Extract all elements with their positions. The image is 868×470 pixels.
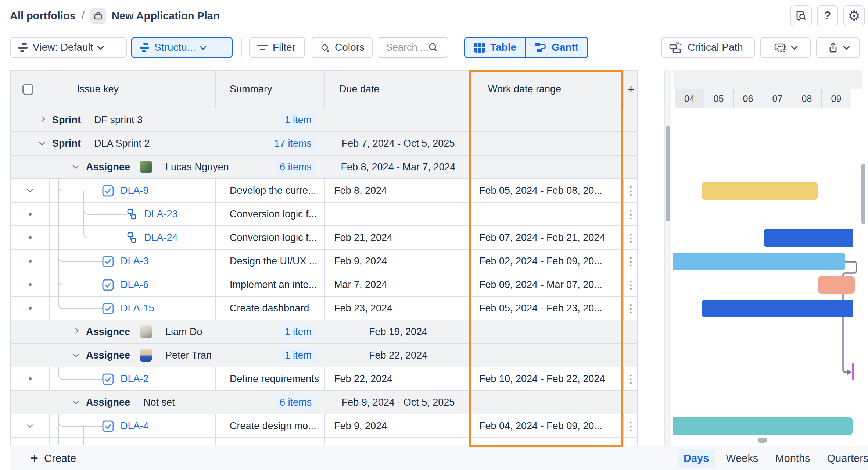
gantt-bar-dla-9[interactable] xyxy=(702,182,818,200)
table-view-button[interactable]: Table xyxy=(465,38,525,57)
baselines-dropdown-button[interactable] xyxy=(760,37,811,58)
issue-key-link[interactable]: DLA-9 xyxy=(121,185,149,196)
summary-cell[interactable]: Create design mo... xyxy=(216,414,325,437)
zoom-quarters-button[interactable]: Quarters xyxy=(821,449,868,468)
zoom-months-button[interactable]: Months xyxy=(769,449,816,468)
chevron-down-icon[interactable] xyxy=(39,139,45,145)
expand-cell[interactable] xyxy=(11,179,50,202)
work-date-range-cell[interactable]: Feb 10, 2024 - Feb 22, 2024 xyxy=(471,367,624,390)
group-row[interactable]: AssigneeNot set6 itemsFeb 9, 2024 - Oct … xyxy=(11,391,637,414)
summary-cell[interactable]: Define requirements xyxy=(216,367,325,390)
issue-key-cell[interactable]: DLA-6 xyxy=(50,273,216,296)
chevron-down-icon[interactable] xyxy=(27,422,33,428)
search-icon[interactable] xyxy=(428,42,438,53)
group-row[interactable]: SprintDLA Sprint 217 itemsFeb 7, 2024 - … xyxy=(11,132,637,156)
summary-cell[interactable]: Design the UI/UX ... xyxy=(216,250,325,273)
kebab-menu-icon[interactable]: ⋮ xyxy=(624,302,638,315)
filter-button[interactable]: Filter xyxy=(249,37,305,58)
group-row[interactable]: AssigneePeter Tran1 itemFeb 22, 2024 xyxy=(11,344,637,367)
work-date-range-cell[interactable]: Feb 04, 2024 - Feb 09, 20... xyxy=(471,414,624,437)
chevron-right-icon[interactable] xyxy=(39,116,45,122)
row-menu-cell[interactable]: ⋮ xyxy=(624,179,638,202)
work-date-range-cell[interactable]: Feb 05, 2024 - Feb 08, 20... xyxy=(471,179,624,202)
expand-cell[interactable] xyxy=(11,250,50,273)
kebab-menu-icon[interactable]: ⋮ xyxy=(624,184,638,197)
chevron-down-icon[interactable] xyxy=(73,398,79,404)
chevron-down-icon[interactable] xyxy=(73,351,79,357)
issue-key-cell[interactable]: DLA-15 xyxy=(50,297,216,320)
add-column-button[interactable]: + xyxy=(624,71,638,108)
work-date-range-cell[interactable]: Feb 09, 2024 - Mar 07, 20... xyxy=(471,273,624,296)
issue-key-cell[interactable]: DLA-2 xyxy=(50,367,216,390)
issue-key-cell[interactable]: DLA-4 xyxy=(50,414,216,437)
item-count-badge[interactable]: 6 items xyxy=(275,160,316,175)
table-row[interactable]: DLA-2Define requirementsFeb 22, 2024Feb … xyxy=(11,367,637,391)
item-count-badge[interactable]: 1 item xyxy=(280,348,316,363)
row-menu-cell[interactable]: ⋮ xyxy=(624,203,638,225)
item-count-badge[interactable]: 1 item xyxy=(280,324,316,339)
summary-cell[interactable]: Conversion logic f... xyxy=(216,226,325,249)
select-all-checkbox[interactable] xyxy=(22,84,33,95)
zoom-days-button[interactable]: Days xyxy=(678,449,715,468)
table-vertical-scrollbar[interactable] xyxy=(664,70,671,446)
gantt-bar-dla-24[interactable] xyxy=(764,229,853,247)
column-summary[interactable]: Summary xyxy=(216,71,325,108)
scrollbar-thumb[interactable] xyxy=(666,126,670,221)
group-row[interactable]: AssigneeLucas Nguyen6 itemsFeb 8, 2024 -… xyxy=(11,156,637,179)
kebab-menu-icon[interactable]: ⋮ xyxy=(624,278,638,291)
help-button[interactable]: ? xyxy=(817,5,838,26)
work-date-range-cell[interactable]: Feb 02, 2024 - Feb 09, 20... xyxy=(471,250,624,273)
expand-cell[interactable] xyxy=(11,367,50,390)
expand-cell[interactable] xyxy=(11,297,50,320)
table-row[interactable]: DLA-24Conversion logic f...Feb 21, 2024F… xyxy=(11,226,637,250)
row-menu-cell[interactable]: ⋮ xyxy=(624,367,638,390)
breadcrumb-all-portfolios-link[interactable]: All portfolios xyxy=(10,10,76,22)
kebab-menu-icon[interactable]: ⋮ xyxy=(624,255,638,268)
column-due-date[interactable]: Due date xyxy=(325,71,471,108)
table-row[interactable]: DLA-3Design the UI/UX ...Feb 9, 2024Feb … xyxy=(11,250,637,273)
due-date-cell[interactable]: Feb 9, 2024 xyxy=(325,414,471,437)
create-button[interactable]: + Create xyxy=(31,446,76,470)
search-input[interactable] xyxy=(386,42,428,53)
summary-cell[interactable]: Implement an inte... xyxy=(216,273,325,296)
work-date-range-cell[interactable]: Feb 07, 2024 - Feb 21, 2024 xyxy=(471,226,624,249)
item-count-badge[interactable]: 1 item xyxy=(280,113,316,128)
due-date-cell[interactable]: Mar 7, 2024 xyxy=(325,273,471,296)
column-work-date-range[interactable]: Work date range xyxy=(471,71,624,108)
row-menu-cell[interactable]: ⋮ xyxy=(624,226,638,249)
due-date-cell[interactable]: Feb 21, 2024 xyxy=(325,226,471,249)
colors-button[interactable]: Colors xyxy=(312,37,373,58)
table-row[interactable]: DLA-15Create dashboardFeb 23, 2024Feb 05… xyxy=(11,297,637,320)
table-row[interactable]: DLA-6Implement an inte...Mar 7, 2024Feb … xyxy=(11,273,637,297)
kebab-menu-icon[interactable]: ⋮ xyxy=(624,208,638,221)
issue-key-cell[interactable]: DLA-23 xyxy=(50,203,216,225)
table-row[interactable]: DLA-4Create design mo...Feb 9, 2024Feb 0… xyxy=(11,414,637,438)
zoom-weeks-button[interactable]: Weeks xyxy=(720,449,764,468)
table-row[interactable]: DLA-9Develop the curre...Feb 8, 2024Feb … xyxy=(11,179,637,203)
summary-cell[interactable]: Create dashboard xyxy=(216,297,325,320)
gantt-bar-dla-4[interactable] xyxy=(673,417,853,435)
expand-cell[interactable] xyxy=(11,203,50,225)
group-row[interactable]: AssigneeLiam Do1 itemFeb 19, 2024 xyxy=(11,320,637,344)
issue-key-cell[interactable]: DLA-24 xyxy=(50,226,216,249)
summary-cell[interactable]: Develop the curre... xyxy=(216,179,325,202)
chevron-down-icon[interactable] xyxy=(73,163,79,169)
column-issue-key[interactable]: Issue key xyxy=(11,71,216,108)
documentation-button[interactable] xyxy=(790,5,812,26)
issue-key-cell[interactable]: DLA-9 xyxy=(50,179,216,202)
gantt-view-button[interactable]: Gantt xyxy=(525,38,587,57)
settings-button[interactable]: ⚙ xyxy=(843,5,865,26)
table-row[interactable]: DLA-23Conversion logic f...⋮ xyxy=(11,203,637,226)
issue-key-link[interactable]: DLA-6 xyxy=(121,279,149,291)
gantt-bar-dla-15[interactable] xyxy=(702,300,853,317)
issue-key-link[interactable]: DLA-24 xyxy=(144,232,178,243)
issue-key-link[interactable]: DLA-15 xyxy=(121,303,154,314)
issue-key-cell[interactable]: DLA-3 xyxy=(50,250,216,273)
expand-cell[interactable] xyxy=(11,273,50,296)
due-date-cell[interactable]: Feb 9, 2024 xyxy=(325,250,471,273)
critical-path-button[interactable]: Critical Path xyxy=(661,37,755,58)
issue-key-link[interactable]: DLA-2 xyxy=(121,373,149,385)
work-date-range-cell[interactable]: Feb 05, 2024 - Feb 23, 20... xyxy=(471,297,624,320)
work-date-range-cell[interactable] xyxy=(471,203,624,225)
due-date-cell[interactable]: Feb 8, 2024 xyxy=(325,179,471,202)
